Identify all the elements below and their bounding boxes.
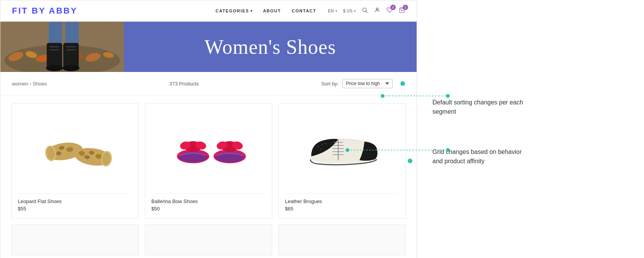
product-grid: Leopard Flat Shoes $55: [0, 96, 417, 258]
annotation-grid: Grid changes based on behavior and produ…: [432, 147, 629, 166]
product-image-leopard: [18, 110, 132, 187]
dropdown-indicator-categories: [251, 10, 252, 12]
empty-card-3: [278, 224, 406, 255]
svg-rect-12: [49, 22, 62, 45]
search-button[interactable]: [362, 7, 368, 15]
product-info-leopard: Leopard Flat Shoes $55: [18, 193, 132, 212]
hero-image: [0, 22, 124, 72]
annotation-sorting: Default sorting changes per each segment: [432, 98, 629, 116]
breadcrumb[interactable]: women › Shoes: [12, 81, 47, 87]
hero-title-area: Women's Shoes: [124, 22, 417, 72]
product-info-ballerina: Ballerina Bow Shoes $50: [151, 193, 266, 212]
sort-select[interactable]: Price low to high Price high to low Newe…: [342, 79, 393, 88]
brogue-shoe-svg: [300, 114, 385, 183]
svg-point-51: [320, 149, 322, 150]
product-card-ballerina[interactable]: Ballerina Bow Shoes $50: [145, 103, 272, 218]
product-price-ballerina: $50: [151, 206, 266, 212]
currency-selector[interactable]: $ US ▾: [343, 9, 356, 13]
svg-rect-13: [65, 22, 79, 45]
nav-contact[interactable]: CONTACT: [292, 9, 316, 13]
product-price-brogue: $65: [285, 206, 399, 212]
product-info-brogue: Leather Brogues $65: [285, 193, 399, 212]
svg-point-50: [325, 143, 327, 144]
product-image-brogue: [285, 110, 399, 187]
language-selector[interactable]: EN ▾: [328, 9, 337, 13]
svg-point-2: [376, 8, 378, 10]
annotation-grid-text: Grid changes based on behavior and produ…: [432, 147, 533, 166]
product-name-ballerina: Ballerina Bow Shoes: [151, 198, 266, 204]
cart-badge: 2: [403, 5, 408, 10]
hero-background-svg: [0, 22, 124, 72]
lang-dropdown-arrow: ▾: [336, 9, 337, 13]
header: FIT BY ABBY CATEGORIES ABOUT CONTACT EN …: [0, 0, 417, 22]
wishlist-button[interactable]: 0: [386, 7, 393, 15]
controls-bar: women › Shoes 373 Products Sort by: Pric…: [0, 72, 417, 96]
cart-button[interactable]: 2: [399, 7, 405, 15]
product-card-brogue[interactable]: Leather Brogues $65: [278, 103, 406, 218]
product-count: 373 Products: [169, 81, 199, 87]
sort-area: Sort by: Price low to high Price high to…: [321, 79, 393, 88]
svg-point-48: [317, 146, 319, 147]
svg-line-1: [366, 11, 368, 13]
header-icons: EN ▾ $ US ▾: [328, 7, 405, 15]
account-button[interactable]: [374, 7, 380, 15]
svg-point-15: [46, 65, 63, 71]
grid-indicator-dot: [408, 159, 412, 163]
nav-categories[interactable]: CATEGORIES: [215, 9, 252, 13]
product-name-brogue: Leather Brogues: [285, 198, 399, 204]
sort-indicator-dot: [400, 81, 405, 86]
product-card-leopard[interactable]: Leopard Flat Shoes $55: [11, 103, 139, 218]
annotation-sorting-text: Default sorting changes per each segment: [432, 98, 533, 116]
empty-card-2: [145, 224, 272, 255]
hero-banner: Women's Shoes: [0, 22, 417, 72]
svg-point-17: [63, 65, 80, 71]
ballerina-shoe-svg: [170, 114, 247, 183]
annotations-panel: Default sorting changes per each segment…: [417, 0, 644, 258]
leopard-shoe-svg: [36, 114, 114, 183]
svg-point-47: [227, 144, 232, 149]
svg-point-0: [363, 8, 366, 12]
svg-point-49: [321, 144, 323, 145]
product-price-leopard: $55: [18, 206, 132, 212]
product-image-ballerina: [151, 110, 266, 187]
page-title: Women's Shoes: [205, 36, 336, 58]
wishlist-badge: 0: [390, 5, 396, 10]
sort-label: Sort by:: [321, 81, 339, 87]
empty-card-1: [11, 224, 139, 255]
currency-dropdown-arrow: ▾: [354, 9, 356, 13]
nav: CATEGORIES ABOUT CONTACT: [215, 9, 316, 13]
nav-about[interactable]: ABOUT: [263, 9, 281, 13]
logo[interactable]: FIT BY ABBY: [12, 6, 78, 16]
product-name-leopard: Leopard Flat Shoes: [18, 198, 132, 204]
svg-point-41: [190, 144, 196, 149]
